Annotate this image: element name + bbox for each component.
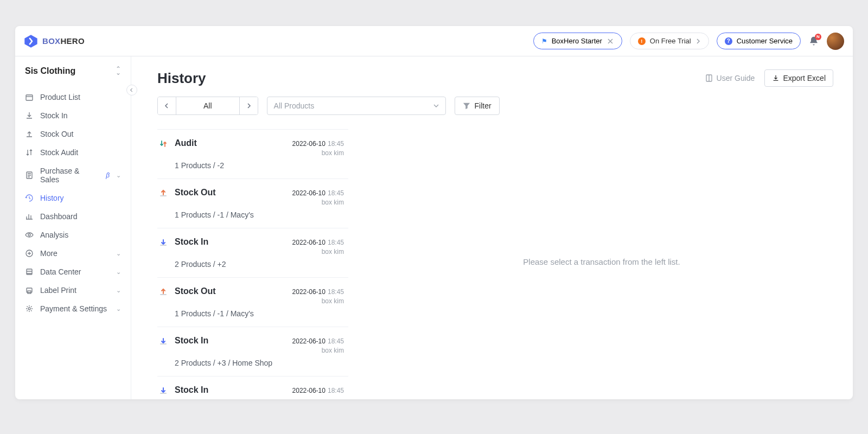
user-guide-link[interactable]: User Guide	[705, 74, 755, 82]
sidebar-item-payment-settings[interactable]: Payment & Settings ⌄	[15, 299, 131, 318]
nav-label: Dashboard	[40, 212, 78, 221]
alert-icon: !	[638, 37, 646, 45]
trial-pill[interactable]: ! On Free Trial	[630, 33, 709, 49]
date-next-button[interactable]	[239, 97, 258, 114]
filter-button[interactable]: Filter	[455, 97, 500, 115]
close-icon[interactable]	[607, 37, 614, 45]
chevron-down-icon: ⌄	[116, 172, 121, 179]
team-selector[interactable]: Sis Clothing ⌃⌄	[15, 56, 131, 86]
detail-pane: Please select a transaction from the lef…	[350, 124, 853, 399]
history-item[interactable]: Stock Out2022-06-1018:45box kim1 Product…	[157, 278, 348, 327]
svg-point-8	[28, 308, 30, 310]
history-item-summary: 1 Products / -1 / Macy's	[175, 210, 344, 219]
header-actions: User Guide Export Excel	[705, 69, 833, 87]
stockin-icon	[158, 386, 168, 399]
nav-label: Label Print	[40, 286, 76, 295]
sidebar-item-product-list[interactable]: Product List	[15, 88, 131, 106]
logo-text: BOXHERO	[42, 36, 85, 46]
question-icon: ?	[725, 37, 732, 45]
document-icon	[25, 171, 34, 180]
history-icon	[25, 194, 34, 202]
print-icon	[25, 286, 34, 295]
export-excel-button[interactable]: Export Excel	[764, 69, 833, 87]
history-item-user: box kim	[292, 297, 344, 305]
history-item-time: 18:45	[328, 189, 344, 197]
sidebar-item-stock-in[interactable]: Stock In	[15, 106, 131, 125]
sidebar-item-label-print[interactable]: Label Print ⌄	[15, 281, 131, 299]
database-icon	[25, 267, 34, 276]
app-body: Sis Clothing ⌃⌄ Product List Stock In St…	[15, 56, 853, 399]
notifications-button[interactable]: N	[808, 36, 819, 47]
sidebar-item-dashboard[interactable]: Dashboard	[15, 207, 131, 226]
nav-label: Stock Audit	[40, 148, 78, 157]
svg-rect-1	[26, 95, 33, 100]
notification-badge: N	[815, 34, 821, 40]
history-item-date: 2022-06-10	[292, 189, 326, 197]
sidebar-item-data-center[interactable]: Data Center ⌄	[15, 263, 131, 281]
nav-label: Data Center	[40, 267, 81, 276]
history-item-summary: 1 Products / -1 / Macy's	[175, 309, 344, 318]
history-item[interactable]: Stock Out2022-06-1018:45box kim1 Product…	[157, 179, 348, 228]
empty-message: Please select a transaction from the lef…	[523, 257, 680, 266]
history-item[interactable]: Stock In2022-06-1018:45	[157, 376, 348, 399]
history-item-title: Stock In	[175, 385, 208, 395]
product-select[interactable]: All Products	[267, 97, 446, 115]
eye-icon	[25, 231, 34, 239]
sidebar: Sis Clothing ⌃⌄ Product List Stock In St…	[15, 56, 131, 399]
history-item-time: 18:45	[328, 337, 344, 345]
sidebar-item-stock-audit[interactable]: Stock Audit	[15, 143, 131, 162]
page-title: History	[157, 70, 206, 87]
history-item[interactable]: Stock In2022-06-1018:45box kim2 Products…	[157, 327, 348, 376]
customer-service-button[interactable]: ? Customer Service	[717, 33, 801, 49]
sidebar-item-more[interactable]: More ⌄	[15, 244, 131, 263]
history-item-date: 2022-06-10	[292, 140, 326, 148]
nav-label: More	[40, 249, 58, 258]
logo[interactable]: BOXHERO	[24, 34, 85, 48]
export-label: Export Excel	[783, 74, 826, 82]
sidebar-item-stock-out[interactable]: Stock Out	[15, 125, 131, 143]
avatar[interactable]	[827, 33, 844, 50]
date-label[interactable]: All	[176, 97, 239, 114]
starter-pill[interactable]: ⚑ BoxHero Starter	[533, 33, 622, 49]
history-item-user: box kim	[292, 199, 344, 206]
main: History User Guide Export Excel All	[131, 56, 853, 399]
history-item-title: Stock In	[175, 237, 208, 247]
history-list[interactable]: Audit2022-06-1018:45box kim1 Products / …	[157, 124, 350, 399]
chevron-down-icon	[433, 103, 439, 108]
history-item-title: Stock In	[175, 336, 208, 346]
history-item-user: box kim	[292, 149, 344, 157]
chevron-down-icon: ⌄	[116, 250, 121, 257]
svg-point-3	[28, 234, 30, 236]
date-prev-button[interactable]	[158, 97, 176, 114]
chevron-right-icon	[695, 39, 701, 44]
team-name: Sis Clothing	[25, 66, 75, 76]
download-icon	[772, 74, 780, 82]
sidebar-collapse-button[interactable]	[126, 85, 137, 95]
stockout-icon	[158, 189, 168, 219]
history-item-date: 2022-06-10	[292, 387, 326, 394]
download-icon	[25, 111, 34, 120]
history-item-date: 2022-06-10	[292, 288, 326, 296]
upload-icon	[25, 130, 34, 138]
filters-row: All All Products Filter	[131, 97, 853, 124]
app-window: BOXHERO ⚑ BoxHero Starter ! On Free Tria…	[15, 26, 853, 399]
history-item[interactable]: Stock In2022-06-1018:45box kim2 Products…	[157, 228, 348, 278]
nav-label: Product List	[40, 93, 80, 101]
main-header: History User Guide Export Excel	[131, 56, 853, 97]
history-item[interactable]: Audit2022-06-1018:45box kim1 Products / …	[157, 129, 348, 179]
chart-icon	[25, 212, 34, 221]
history-item-date: 2022-06-10	[292, 239, 326, 246]
sidebar-item-purchase-sales[interactable]: Purchase & Sales β ⌄	[15, 162, 131, 189]
chevron-down-icon: ⌄	[116, 305, 121, 312]
audit-icon	[158, 139, 168, 170]
history-item-summary: 1 Products / -2	[175, 161, 344, 170]
sidebar-item-history[interactable]: History	[15, 189, 131, 207]
history-item-time: 18:45	[328, 140, 344, 148]
starter-label: BoxHero Starter	[552, 37, 602, 45]
nav-list: Product List Stock In Stock Out Stock Au…	[15, 86, 131, 320]
nav-label: History	[40, 194, 64, 202]
sidebar-item-analysis[interactable]: Analysis	[15, 226, 131, 244]
flag-icon: ⚑	[541, 37, 547, 45]
plus-circle-icon	[25, 249, 34, 258]
history-item-time: 18:45	[328, 387, 344, 394]
